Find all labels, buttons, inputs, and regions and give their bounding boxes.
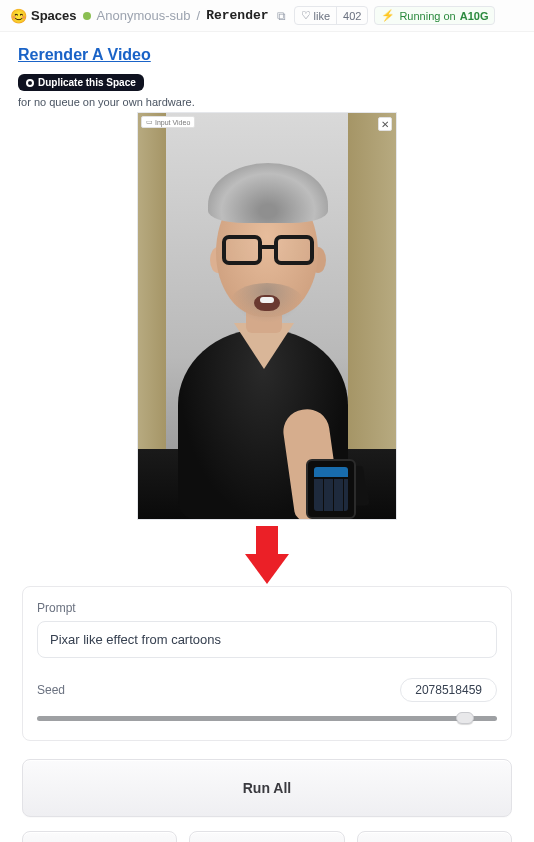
bolt-icon: ⚡: [381, 9, 395, 22]
running-label: Running on: [399, 10, 455, 22]
video-preview-container: ▭ Input Video ✕: [18, 112, 516, 520]
seed-label: Seed: [37, 683, 65, 697]
phone-icon: [306, 459, 356, 519]
space-name[interactable]: Rerender: [206, 8, 268, 23]
like-count: 402: [337, 8, 367, 24]
duplicate-icon: [26, 79, 34, 87]
action-button-row: Run 1st Key Frame Run Key Frames Run Pro…: [22, 831, 512, 842]
path-separator: /: [197, 8, 201, 23]
spaces-link[interactable]: 😊 Spaces: [10, 8, 77, 24]
form-panel: Prompt Seed 2078518459: [22, 586, 512, 741]
copy-icon[interactable]: ⧉: [275, 9, 288, 23]
gpu-label: A10G: [460, 10, 489, 22]
status-dot-icon: [83, 12, 91, 20]
run-keyframes-button[interactable]: Run Key Frames: [189, 831, 344, 842]
page-title[interactable]: Rerender A Video: [18, 46, 151, 63]
header-bar: 😊 Spaces Anonymous-sub / Rerender ⧉ ♡ li…: [0, 0, 534, 32]
queue-note: for no queue on your own hardware.: [18, 96, 516, 108]
duplicate-space-button[interactable]: Duplicate this Space: [18, 74, 144, 91]
spaces-label: Spaces: [31, 8, 77, 23]
slider-track: [37, 716, 497, 721]
video-icon: ▭: [146, 118, 153, 126]
run-all-button[interactable]: Run All: [22, 759, 512, 817]
content-area: Rerender A Video Duplicate this Space fo…: [0, 32, 534, 842]
spaces-icon: 😊: [10, 8, 27, 24]
prompt-input[interactable]: [37, 621, 497, 658]
run-first-keyframe-button[interactable]: Run 1st Key Frame: [22, 831, 177, 842]
running-status: ⚡ Running on A10G: [374, 6, 495, 25]
portrait-head: [254, 295, 280, 311]
duplicate-label: Duplicate this Space: [38, 77, 136, 88]
like-button[interactable]: ♡ like 402: [294, 6, 369, 25]
heart-icon: ♡: [301, 9, 311, 22]
seed-slider[interactable]: [37, 710, 497, 726]
video-tag-label: Input Video: [155, 119, 190, 126]
glasses-icon: [222, 235, 314, 267]
run-propagation-button[interactable]: Run Propagation: [357, 831, 512, 842]
arrow-annotation: [18, 526, 516, 584]
like-label: like: [314, 10, 331, 22]
owner-link[interactable]: Anonymous-sub: [97, 8, 191, 23]
slider-knob[interactable]: [456, 712, 474, 724]
input-video-preview[interactable]: ▭ Input Video ✕: [137, 112, 397, 520]
seed-value-input[interactable]: 2078518459: [400, 678, 497, 702]
close-icon[interactable]: ✕: [378, 117, 392, 131]
prompt-label: Prompt: [37, 601, 497, 615]
input-video-tag: ▭ Input Video: [141, 116, 195, 128]
arrow-down-icon: [245, 526, 289, 584]
